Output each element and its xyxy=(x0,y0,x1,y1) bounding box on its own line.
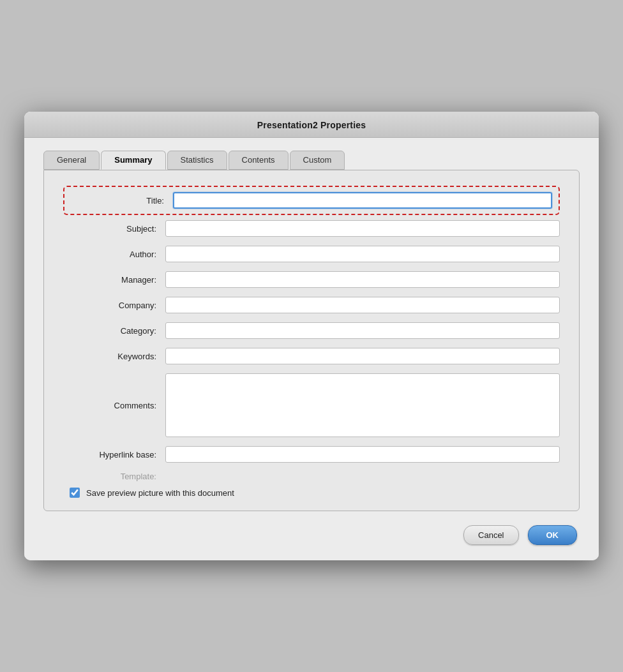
ok-button[interactable]: OK xyxy=(528,525,578,545)
tab-statistics[interactable]: Statistics xyxy=(167,151,227,170)
title-row: Title: xyxy=(71,192,552,209)
author-label: Author: xyxy=(63,250,165,259)
category-input[interactable] xyxy=(165,322,560,339)
comments-row: Comments: xyxy=(63,373,560,437)
tab-summary[interactable]: Summary xyxy=(101,151,165,170)
dialog-window: Presentation2 Properties General Summary… xyxy=(24,112,599,560)
company-input[interactable] xyxy=(165,297,560,313)
tab-contents[interactable]: Contents xyxy=(229,151,289,170)
subject-label: Subject: xyxy=(63,224,165,234)
company-label: Company: xyxy=(63,301,165,310)
manager-row: Manager: xyxy=(63,271,560,288)
template-label: Template: xyxy=(63,472,165,481)
hyperlink-input[interactable] xyxy=(165,446,560,463)
content-area: Title: Subject: Author: Manager: xyxy=(43,170,580,511)
tabs-container: General Summary Statistics Contents Cust… xyxy=(43,151,580,170)
button-row: Cancel OK xyxy=(43,525,580,545)
save-preview-label: Save preview picture with this document xyxy=(86,488,234,498)
keywords-row: Keywords: xyxy=(63,348,560,364)
comments-label: Comments: xyxy=(63,401,165,410)
category-label: Category: xyxy=(63,326,165,336)
save-preview-checkbox[interactable] xyxy=(70,488,80,498)
hyperlink-row: Hyperlink base: xyxy=(63,446,560,463)
cancel-button[interactable]: Cancel xyxy=(463,525,518,545)
comments-textarea[interactable] xyxy=(165,373,560,437)
manager-label: Manager: xyxy=(63,275,165,285)
tab-custom[interactable]: Custom xyxy=(290,151,345,170)
hyperlink-label: Hyperlink base: xyxy=(63,450,165,459)
dialog-title: Presentation2 Properties xyxy=(257,120,366,130)
title-row-highlight: Title: xyxy=(63,186,560,215)
subject-row: Subject: xyxy=(63,220,560,237)
keywords-label: Keywords: xyxy=(63,352,165,361)
dialog-body: General Summary Statistics Contents Cust… xyxy=(24,138,599,560)
category-row: Category: xyxy=(63,322,560,339)
manager-input[interactable] xyxy=(165,271,560,288)
subject-input[interactable] xyxy=(165,220,560,237)
author-input[interactable] xyxy=(165,246,560,262)
title-label: Title: xyxy=(71,196,173,205)
save-preview-row: Save preview picture with this document xyxy=(70,488,560,498)
company-row: Company: xyxy=(63,297,560,313)
keywords-input[interactable] xyxy=(165,348,560,364)
tab-general[interactable]: General xyxy=(43,151,100,170)
author-row: Author: xyxy=(63,246,560,262)
template-row: Template: xyxy=(63,472,560,481)
title-input[interactable] xyxy=(173,192,552,209)
title-bar: Presentation2 Properties xyxy=(24,112,599,138)
